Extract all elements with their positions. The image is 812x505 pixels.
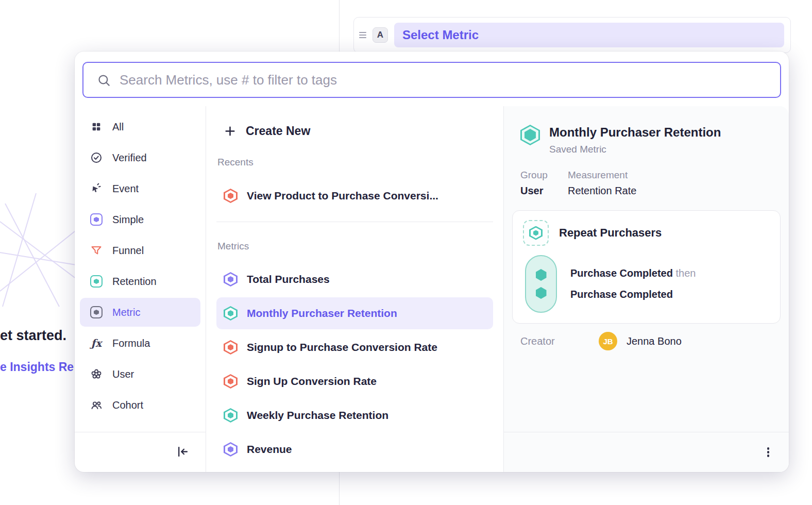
metric-list-item[interactable]: Signup to Purchase Conversion Rate xyxy=(216,331,493,363)
search-input[interactable] xyxy=(120,63,770,97)
simple-metric-hexagon-icon xyxy=(224,442,238,457)
definition-title: Repeat Purchasers xyxy=(559,226,662,240)
sidebar-item-event[interactable]: Event xyxy=(80,174,200,203)
sidebar-item-funnel[interactable]: Funnel xyxy=(80,236,200,265)
metric-list-item[interactable]: Total Purchases xyxy=(216,263,493,295)
creator-avatar: JB xyxy=(599,332,617,350)
funnel-metric-hexagon-icon xyxy=(224,189,238,203)
measurement-label: Measurement xyxy=(568,170,636,181)
metric-item-label: Weekly Purchase Retention xyxy=(247,409,388,422)
cohort-icon xyxy=(90,399,103,411)
simple-metric-hexagon-icon xyxy=(224,272,238,287)
create-new-label: Create New xyxy=(246,124,310,138)
step-hexagon-icon xyxy=(536,269,547,281)
sidebar-item-label: All xyxy=(112,121,124,133)
group-value: User xyxy=(520,185,568,197)
creator-label: Creator xyxy=(520,335,599,347)
sidebar-item-user[interactable]: User xyxy=(80,360,200,389)
divider xyxy=(216,222,493,222)
metric-item-label: Total Purchases xyxy=(247,273,330,285)
sidebar-item-label: Simple xyxy=(112,214,144,226)
step-two: Purchase Completed xyxy=(570,284,696,305)
metric-letter-badge[interactable]: A xyxy=(373,27,388,43)
sidebar-footer xyxy=(75,432,206,472)
retention-metric-hexagon-icon xyxy=(529,226,543,240)
retention-metric-hexagon-icon xyxy=(520,125,540,145)
detail-properties: Group User Measurement Retention Rate xyxy=(520,170,781,197)
creator-name: Jenna Bono xyxy=(627,335,682,347)
sidebar-item-simple[interactable]: Simple xyxy=(80,205,200,234)
recent-metric-label: View Product to Purchase Conversi... xyxy=(247,190,438,202)
sidebar-item-formula[interactable]: ƒx Formula xyxy=(80,329,200,358)
funnel-icon xyxy=(90,244,103,257)
funnel-metric-hexagon-icon xyxy=(224,340,238,355)
detail-header: Monthly Purchaser Retention Saved Metric xyxy=(520,125,781,155)
metric-list-item[interactable]: Revenue xyxy=(216,433,493,465)
metric-list-item-selected[interactable]: Monthly Purchaser Retention xyxy=(216,297,493,329)
recents-heading: Recents xyxy=(216,157,493,168)
sidebar-item-all[interactable]: All xyxy=(80,112,200,141)
retention-icon xyxy=(90,275,103,288)
funnel-metric-hexagon-icon xyxy=(224,374,238,389)
detail-title: Monthly Purchaser Retention xyxy=(549,125,721,140)
user-icon xyxy=(90,368,103,380)
metric-item-label: Sign Up Conversion Rate xyxy=(247,375,377,388)
metric-item-label: Revenue xyxy=(247,443,292,456)
metric-list: Total Purchases Monthly Purchaser Retent… xyxy=(216,263,493,465)
metric-icon xyxy=(90,306,103,318)
results-column: Create New Recents View Product to Purch… xyxy=(206,106,504,472)
metric-detail-panel: Monthly Purchaser Retention Saved Metric… xyxy=(504,106,789,472)
retention-metric-hexagon-icon xyxy=(224,306,238,321)
formula-icon: ƒx xyxy=(90,337,103,349)
detail-footer xyxy=(504,432,789,472)
background-link-cut[interactable]: e Insights Re xyxy=(0,360,74,374)
sidebar-item-label: Event xyxy=(112,183,139,195)
background-heading-cut: et started. xyxy=(0,328,66,344)
sidebar-item-label: Cohort xyxy=(112,399,143,411)
search-row xyxy=(75,52,789,106)
retention-metric-hexagon-icon xyxy=(224,408,238,423)
sidebar-item-retention[interactable]: Retention xyxy=(80,267,200,296)
metric-item-label: Signup to Purchase Conversion Rate xyxy=(247,341,437,354)
drag-handle-icon[interactable] xyxy=(359,32,366,38)
select-metric-label: Select Metric xyxy=(402,28,479,42)
step-hexagon-icon xyxy=(536,287,547,299)
saved-metric-dashed-icon xyxy=(523,220,549,246)
metrics-heading: Metrics xyxy=(216,241,493,252)
metric-item-label: Monthly Purchaser Retention xyxy=(247,307,397,319)
step-connector: then xyxy=(676,267,696,279)
plus-icon xyxy=(224,125,236,138)
sidebar-item-label: Retention xyxy=(112,276,157,288)
sidebar-item-label: User xyxy=(112,368,134,380)
event-cursor-icon xyxy=(90,182,103,195)
select-metric-button[interactable]: Select Metric xyxy=(394,23,784,47)
sidebar-item-label: Verified xyxy=(112,152,147,164)
filter-sidebar: All Verified Event Simple xyxy=(75,106,206,472)
sidebar-item-label: Funnel xyxy=(112,245,144,257)
metric-list-item[interactable]: Weekly Purchase Retention xyxy=(216,399,493,431)
metric-search-modal: All Verified Event Simple xyxy=(75,52,789,472)
retention-steps-pill xyxy=(525,255,557,313)
group-label: Group xyxy=(520,170,568,181)
detail-type-label: Saved Metric xyxy=(549,144,721,155)
grid-icon xyxy=(90,121,103,133)
collapse-left-icon xyxy=(176,445,190,459)
more-options-button[interactable] xyxy=(765,444,772,461)
step-two-event: Purchase Completed xyxy=(570,289,673,300)
create-new-button[interactable]: Create New xyxy=(216,119,493,143)
search-icon xyxy=(97,73,111,87)
search-box xyxy=(82,62,781,98)
creator-row: Creator JB Jenna Bono xyxy=(520,332,781,350)
metric-definition-card: Repeat Purchasers Purchase Completed the… xyxy=(512,210,781,324)
recent-metric-item[interactable]: View Product to Purchase Conversi... xyxy=(216,180,493,211)
sidebar-item-label: Formula xyxy=(112,338,150,349)
step-one: Purchase Completed then xyxy=(570,263,696,284)
sidebar-item-cohort[interactable]: Cohort xyxy=(80,391,200,419)
sidebar-item-label: Metric xyxy=(112,307,140,318)
sidebar-item-verified[interactable]: Verified xyxy=(80,143,200,172)
collapse-sidebar-button[interactable] xyxy=(175,445,190,460)
sidebar-item-metric[interactable]: Metric xyxy=(80,298,200,327)
simple-metric-icon xyxy=(90,213,103,226)
metric-list-item[interactable]: Sign Up Conversion Rate xyxy=(216,365,493,397)
verified-badge-icon xyxy=(90,152,103,164)
